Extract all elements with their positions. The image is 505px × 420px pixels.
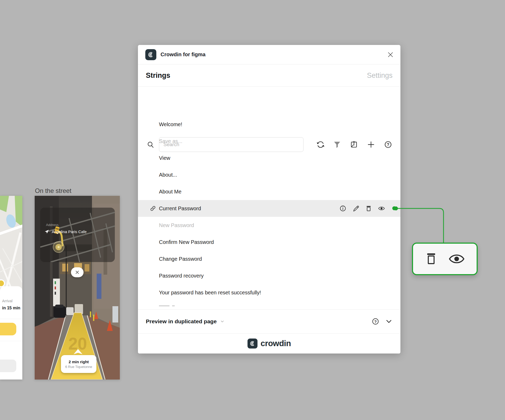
close-navigation-button[interactable]	[71, 267, 84, 277]
clipped-string-row	[159, 305, 175, 307]
svg-text:?: ?	[374, 319, 377, 324]
string-row[interactable]: Change Password	[138, 250, 400, 267]
preview-bar[interactable]: Preview in duplicated page ?	[138, 309, 400, 333]
help-icon[interactable]: ?	[372, 317, 379, 325]
close-dialog-button[interactable]	[387, 51, 394, 58]
crowdin-wordmark: crowdin	[261, 339, 291, 348]
arrival-secondary-button[interactable]	[0, 360, 16, 372]
edit-pencil-icon[interactable]	[352, 205, 359, 212]
string-label: Password recovery	[159, 273, 204, 279]
mini-map-marker	[0, 280, 4, 287]
crowdin-logo	[248, 339, 257, 349]
string-label: About Me	[159, 189, 182, 195]
string-list: Welcome! Save as... View About... About …	[138, 116, 400, 301]
mini-route-map	[40, 208, 115, 262]
string-row[interactable]: About Me	[138, 183, 400, 200]
collapse-chevron-icon[interactable]	[385, 318, 393, 325]
street-screen-mockup: 20 Address Angelina Paris Caf	[35, 196, 120, 380]
string-label: Current Password	[159, 206, 201, 212]
string-row[interactable]: View	[138, 150, 400, 166]
crowdin-plugin-dialog: Crowdin for figma Strings Settings	[138, 45, 400, 354]
address-value: Angelina Paris Cafe	[52, 229, 87, 234]
dialog-header: Crowdin for figma	[138, 45, 400, 64]
tab-bar: Strings Settings	[138, 65, 400, 87]
string-label: New Password	[159, 222, 194, 228]
visibility-eye-icon[interactable]	[378, 205, 385, 212]
visibility-eye-icon[interactable]	[449, 253, 465, 265]
close-icon	[75, 270, 79, 274]
street-address: 6 Rue Tiquetonne	[65, 365, 92, 369]
chevron-down-icon[interactable]	[220, 319, 225, 324]
dialog-footer: crowdin	[138, 333, 400, 354]
string-row[interactable]: About...	[138, 166, 400, 183]
tab-strings[interactable]: Strings	[146, 71, 170, 80]
delete-trash-icon[interactable]	[365, 205, 372, 212]
mini-map	[0, 196, 22, 290]
arrival-time: in 15 min	[2, 306, 20, 310]
crowdin-logo	[145, 49, 156, 60]
string-row-selected[interactable]: Current Password	[138, 200, 400, 217]
string-row[interactable]: Your password has been reset successfull…	[138, 284, 400, 301]
artboard-label: On the street	[35, 187, 71, 194]
string-label: Welcome!	[159, 121, 182, 127]
address-map-card: Address Angelina Paris Cafe	[40, 208, 115, 262]
direction-text: 2 min right	[69, 360, 89, 364]
string-label: View	[159, 155, 170, 161]
arrival-label: Arrival	[2, 299, 13, 303]
string-row[interactable]: Save as...	[138, 133, 400, 150]
delete-trash-icon[interactable]	[425, 252, 437, 266]
string-label: About...	[159, 172, 177, 178]
string-row[interactable]: Welcome!	[138, 116, 400, 133]
string-label: Change Password	[159, 256, 202, 262]
divider	[0, 341, 22, 341]
info-icon[interactable]	[339, 205, 347, 212]
string-row[interactable]: New Password	[138, 217, 400, 234]
toolbar: ?	[138, 87, 400, 116]
car	[54, 306, 66, 318]
close-icon	[387, 52, 394, 58]
tab-settings[interactable]: Settings	[367, 71, 393, 80]
connector-dot	[392, 206, 396, 210]
string-row[interactable]: Password recovery	[138, 267, 400, 284]
dialog-title: Crowdin for figma	[161, 52, 205, 58]
address-label: Address	[46, 223, 59, 227]
preview-mode-label: Preview in duplicated page	[146, 318, 217, 325]
direction-card: 2 min right 6 Rue Tiquetonne	[61, 355, 96, 373]
string-label: Confirm New Password	[159, 239, 214, 245]
string-label: Save as...	[159, 138, 182, 144]
arrival-screen-mockup: Arrival in 15 min	[0, 196, 22, 380]
string-actions-callout	[412, 243, 478, 275]
connector-line	[391, 202, 486, 247]
navigation-arrow-icon	[44, 229, 49, 234]
link-icon	[150, 205, 156, 212]
string-row[interactable]: Confirm New Password	[138, 234, 400, 250]
string-label: Your password has been reset successfull…	[159, 290, 261, 296]
divider	[0, 319, 22, 319]
arrival-primary-button[interactable]	[0, 323, 16, 335]
